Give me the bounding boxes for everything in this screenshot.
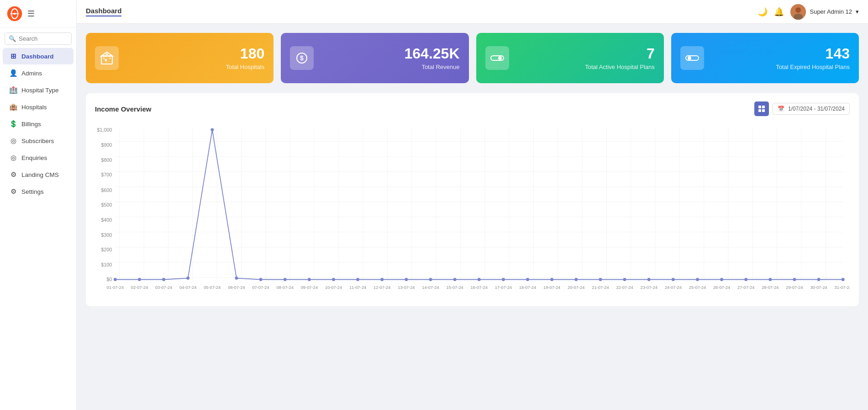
svg-point-79 (405, 278, 408, 281)
sidebar-item-label: Enquiries (21, 154, 47, 161)
svg-point-81 (453, 278, 457, 281)
user-menu[interactable]: Super Admin 12 ▾ (790, 4, 859, 20)
svg-text:$900: $900 (101, 142, 112, 148)
hospitals-value: 180 (226, 46, 265, 61)
main-area: Dashboard 🌙 🔔 Super Admin 12 ▾ (77, 0, 868, 410)
user-name: Super Admin 12 (810, 8, 852, 15)
svg-text:31-07-24: 31-07-24 (835, 285, 850, 290)
search-box[interactable]: 🔍 (5, 32, 72, 45)
sidebar-item-billings[interactable]: 💲 Billings (3, 116, 74, 132)
svg-text:22-07-24: 22-07-24 (616, 285, 633, 290)
search-icon: 🔍 (9, 35, 16, 42)
user-dropdown-icon[interactable]: ▾ (856, 8, 859, 15)
sidebar-item-landing-cms[interactable]: ⚙ Landing CMS (3, 166, 74, 183)
stat-card-expired-plans: 143 Total Expired Hospital Plans (671, 33, 859, 83)
svg-text:09-07-24: 09-07-24 (301, 285, 318, 290)
svg-point-96 (817, 278, 821, 281)
svg-text:25-07-24: 25-07-24 (689, 285, 706, 290)
svg-text:$1,000: $1,000 (97, 127, 112, 133)
hospitals-stat-icon (95, 46, 119, 70)
sidebar-item-settings[interactable]: ⚙ Settings (3, 183, 74, 200)
svg-point-94 (768, 278, 772, 281)
sidebar-item-admins[interactable]: 👤 Admins (3, 65, 74, 81)
svg-point-69 (162, 278, 165, 281)
revenue-stat-icon: $ (290, 46, 314, 70)
svg-point-87 (599, 278, 602, 281)
chart-type-button[interactable] (754, 101, 769, 116)
svg-point-67 (114, 278, 117, 281)
chart-area: $1,000 $900 $800 $700 $600 $500 $400 $30… (95, 122, 850, 298)
sidebar-item-enquiries[interactable]: ◎ Enquiries (3, 149, 74, 166)
date-range-picker[interactable]: 📅 1/07/2024 - 31/07/2024 (773, 103, 850, 115)
svg-text:$100: $100 (101, 262, 112, 267)
svg-point-68 (138, 278, 141, 281)
svg-text:$0: $0 (106, 277, 112, 282)
svg-point-89 (647, 278, 651, 281)
chart-header: Income Overview 📅 1/07/2024 - 31/07/2024 (95, 101, 850, 116)
sidebar-item-subscribers[interactable]: ◎ Subscribers (3, 133, 74, 149)
topbar: Dashboard 🌙 🔔 Super Admin 12 ▾ (77, 0, 868, 24)
svg-point-83 (502, 278, 505, 281)
svg-text:$500: $500 (101, 202, 112, 208)
topbar-right: 🌙 🔔 Super Admin 12 ▾ (758, 4, 859, 20)
svg-text:18-07-24: 18-07-24 (519, 285, 536, 290)
dashboard-icon: ⊞ (9, 52, 17, 60)
stats-grid: 180 Total Hospitals $ 164.25K Total Reve… (86, 33, 859, 83)
svg-text:10-07-24: 10-07-24 (325, 285, 342, 290)
active-plans-stat-icon (485, 46, 509, 70)
svg-point-77 (356, 278, 359, 281)
chart-section: Income Overview 📅 1/07/2024 - 31/07/2024 (86, 93, 859, 306)
svg-text:03-07-24: 03-07-24 (155, 285, 172, 290)
sidebar-item-label: Landing CMS (21, 171, 59, 178)
revenue-value: 164.25K (405, 46, 460, 61)
svg-point-74 (284, 278, 287, 281)
svg-text:14-07-24: 14-07-24 (422, 285, 439, 290)
notification-icon[interactable]: 🔔 (774, 7, 784, 17)
hospitals-label: Total Hospitals (226, 64, 265, 70)
revenue-label: Total Revenue (405, 64, 460, 70)
svg-point-88 (623, 278, 626, 281)
theme-toggle-icon[interactable]: 🌙 (758, 7, 768, 17)
svg-point-76 (332, 278, 335, 281)
svg-text:11-07-24: 11-07-24 (349, 285, 366, 290)
billings-icon: 💲 (9, 120, 17, 128)
stat-card-active-plans: 7 Total Active Hospital Plans (476, 33, 664, 83)
logo-icon (6, 5, 23, 22)
hamburger-icon[interactable]: ☰ (27, 9, 35, 19)
svg-point-92 (720, 278, 723, 281)
sidebar-item-hospital-type[interactable]: 🏥 Hospital Type (3, 82, 74, 98)
svg-point-72 (235, 277, 238, 280)
svg-text:02-07-24: 02-07-24 (131, 285, 148, 290)
page-title: Dashboard (86, 7, 121, 16)
svg-point-19 (688, 56, 691, 60)
sidebar-header: ☰ (0, 0, 76, 28)
svg-text:17-07-24: 17-07-24 (495, 285, 512, 290)
svg-text:27-07-24: 27-07-24 (737, 285, 754, 290)
svg-text:24-07-24: 24-07-24 (665, 285, 682, 290)
content-area: 180 Total Hospitals $ 164.25K Total Reve… (77, 24, 868, 410)
svg-point-78 (380, 278, 384, 281)
hospitals-stat-text: 180 Total Hospitals (226, 46, 265, 70)
svg-point-80 (429, 278, 432, 281)
svg-point-3 (14, 13, 16, 15)
settings-icon: ⚙ (9, 187, 17, 196)
svg-rect-10 (109, 58, 110, 59)
svg-text:$: $ (300, 54, 304, 62)
sidebar-item-dashboard[interactable]: ⊞ Dashboard (3, 48, 74, 64)
subscribers-icon: ◎ (9, 137, 17, 145)
svg-point-91 (696, 278, 699, 281)
svg-rect-22 (758, 109, 761, 112)
svg-point-71 (210, 128, 214, 131)
svg-text:13-07-24: 13-07-24 (398, 285, 415, 290)
expired-plans-stat-text: 143 Total Expired Hospital Plans (776, 46, 850, 70)
sidebar-item-hospitals[interactable]: 🏨 Hospitals (3, 99, 74, 115)
search-input[interactable] (19, 35, 68, 42)
expired-plans-value: 143 (776, 46, 850, 61)
hospital-type-icon: 🏥 (9, 86, 17, 94)
active-plans-value: 7 (585, 46, 654, 61)
svg-text:08-07-24: 08-07-24 (277, 285, 294, 290)
svg-rect-20 (758, 106, 761, 108)
svg-text:$700: $700 (101, 172, 112, 177)
sidebar-item-label: Hospital Type (21, 87, 59, 94)
expired-plans-label: Total Expired Hospital Plans (776, 64, 850, 70)
